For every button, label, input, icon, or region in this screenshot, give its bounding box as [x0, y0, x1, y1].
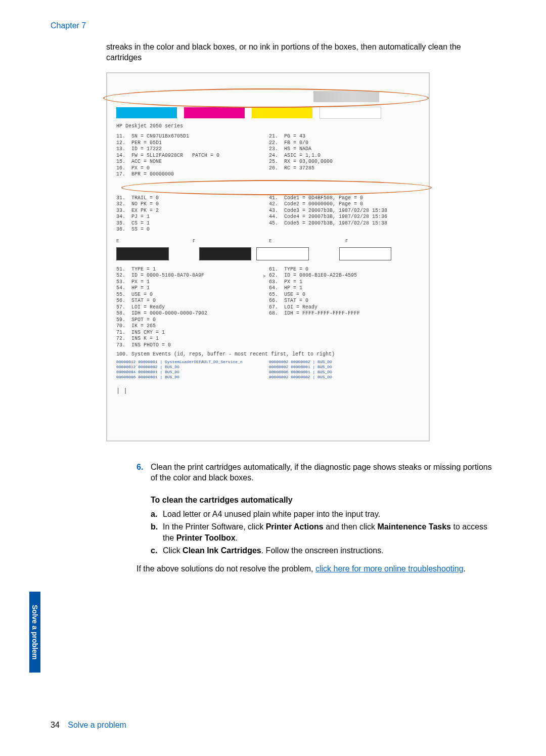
diag-block-3-right: 61. TYPE = 0 62. ID = 0806-B1E0-A22B-459… — [269, 266, 422, 349]
side-tab: Solve a problem — [29, 592, 40, 673]
label-e2: E — [269, 238, 315, 244]
color-swatch-row — [116, 106, 422, 120]
black-swatch-empty — [320, 107, 381, 119]
light-test-box-1 — [256, 247, 309, 260]
bracket-marks: | | — [116, 387, 422, 395]
substep-a-text: Load letter or A4 unused plain white pap… — [163, 509, 495, 520]
system-events-left: 00000012 00000001 | SystemLoaderDEFAULT_… — [116, 360, 269, 380]
magenta-swatch — [184, 107, 245, 118]
diag-block-2-right: 41. Code1 = 0D4BF508, Page = 0 42. Code2… — [269, 195, 422, 233]
diag-block-1-left: 11. SN = CN97U1Bx6705D1 12. PER = 05D1 1… — [116, 134, 269, 178]
step-6-number: 6. — [136, 462, 151, 483]
intro-text: streaks in the color and black boxes, or… — [106, 41, 495, 63]
substep-a-letter: a — [151, 510, 155, 518]
closing-paragraph: If the above solutions do not resolve th… — [136, 563, 495, 574]
label-e1: E — [116, 238, 162, 244]
diagnostic-title: HP Deskjet 2050 series — [116, 123, 422, 130]
diag-dot: > — [263, 274, 265, 280]
substep-b: b. In the Printer Software, click Printe… — [151, 521, 495, 543]
chapter-header: Chapter 7 — [51, 20, 506, 31]
step-6: 6. Clean the print cartridges automatica… — [136, 462, 495, 483]
page-number: 34 — [51, 721, 60, 729]
diag-block-2-left: 31. TRAIL = 0 32. NO PK = 0 33. EX PK = … — [116, 195, 269, 233]
annotation-circle-2 — [121, 180, 432, 195]
black-test-box-2 — [199, 247, 252, 260]
system-events-right: 00000002 00000002 | BUS_DO 00000002 0000… — [269, 360, 422, 380]
cyan-swatch — [116, 107, 177, 118]
troubleshooting-link[interactable]: click here for more online troubleshooti… — [315, 564, 464, 573]
light-test-box-2 — [339, 247, 392, 260]
diagnostic-page-figure: HP Deskjet 2050 series 11. SN = CN97U1Bx… — [106, 72, 430, 441]
substep-c-letter: c — [151, 546, 155, 555]
page-footer: 34 Solve a problem — [51, 720, 126, 731]
substep-a: a. Load letter or A4 unused plain white … — [151, 509, 495, 520]
footer-section: Solve a problem — [68, 721, 126, 729]
gray-swatch-row — [116, 90, 422, 104]
substep-c: c. Click Clean Ink Cartridges. Follow th… — [151, 545, 495, 556]
step-6-text: Clean the print cartridges automatically… — [151, 462, 495, 483]
gray-swatch — [313, 91, 379, 102]
black-test-box-1 — [116, 247, 169, 260]
substep-c-text: Click Clean Ink Cartridges. Follow the o… — [163, 545, 495, 556]
sub-heading: To clean the cartridges automatically — [151, 495, 495, 506]
diag-block-1-right: 21. PG = 43 22. FB = 0/0 23. HS = NADA 2… — [269, 134, 422, 178]
substep-b-text: In the Printer Software, click Printer A… — [163, 521, 495, 543]
diag-block-3-left: 51. TYPE = 1 52. ID = 0000-5180-8A70-8A9… — [116, 266, 269, 349]
label-f1: F — [193, 238, 239, 244]
substep-b-letter: b — [151, 522, 156, 531]
label-f2: F — [345, 238, 391, 244]
system-events-header: 100. System Events (id, reps, buffer - m… — [116, 351, 422, 358]
yellow-swatch — [252, 107, 312, 118]
